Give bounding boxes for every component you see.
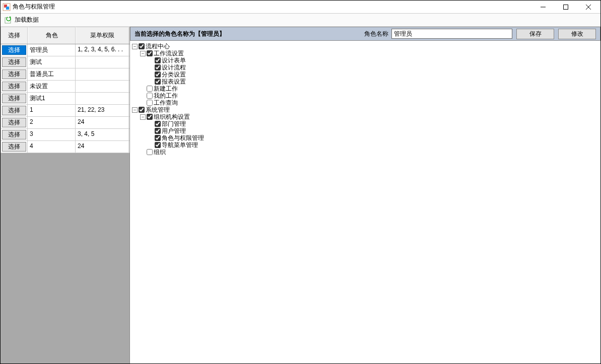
tree-checkbox[interactable] [139, 107, 145, 113]
tree-label[interactable]: 角色与权限管理 [162, 134, 204, 141]
select-row-button[interactable]: 选择 [2, 69, 26, 79]
tree-checkbox[interactable] [155, 64, 161, 70]
tree-node: −工作流设置 [140, 50, 600, 57]
tree-node: 角色与权限管理 [148, 134, 600, 141]
tree-checkbox[interactable] [155, 79, 161, 85]
perm-cell[interactable] [76, 93, 129, 104]
window-title: 角色与权限管理 [13, 3, 531, 11]
modify-button[interactable]: 修改 [558, 29, 596, 39]
role-name-input[interactable] [391, 29, 512, 39]
tree-checkbox[interactable] [147, 93, 153, 99]
toolbar: 加载数据 [1, 14, 600, 27]
tree-label[interactable]: 报表设置 [162, 78, 186, 85]
perm-cell[interactable]: 24 [76, 117, 129, 128]
grid-header-role[interactable]: 角色 [28, 27, 76, 44]
tree-checkbox[interactable] [147, 100, 153, 106]
role-cell[interactable]: 测试1 [28, 93, 76, 104]
maximize-button[interactable] [554, 1, 577, 13]
svg-rect-4 [563, 5, 568, 9]
role-cell[interactable]: 测试 [28, 56, 76, 68]
titlebar: 角色与权限管理 [1, 1, 600, 14]
select-row-button[interactable]: 选择 [2, 45, 26, 55]
collapse-icon[interactable]: − [132, 44, 138, 49]
tree-label[interactable]: 组织机构设置 [154, 113, 190, 120]
grid-header: 选择 角色 菜单权限 [1, 27, 129, 44]
tree-label[interactable]: 流程中心 [146, 43, 170, 50]
tree-node: 报表设置 [148, 78, 600, 85]
tree-checkbox[interactable] [147, 50, 153, 56]
table-row: 选择普通员工 [1, 68, 129, 81]
table-row: 选择测试1 [1, 93, 129, 105]
tree-label[interactable]: 系统管理 [146, 106, 170, 113]
perm-cell[interactable] [76, 56, 129, 68]
collapse-icon[interactable]: − [140, 114, 146, 120]
perm-cell[interactable] [76, 68, 129, 80]
form-bar: 当前选择的角色名称为【管理员】 角色名称 保存 修改 [130, 27, 600, 41]
tree-node: 新建工作 [140, 85, 600, 92]
select-row-button[interactable]: 选择 [2, 94, 26, 103]
role-cell[interactable]: 管理员 [28, 44, 76, 56]
collapse-icon[interactable]: − [140, 51, 146, 56]
permission-tree: −流程中心−工作流设置设计表单设计流程分类设置报表设置新建工作我的工作工作查询−… [130, 41, 600, 363]
tree-node: 导航菜单管理 [148, 141, 600, 149]
select-row-button[interactable]: 选择 [2, 57, 26, 67]
perm-cell[interactable] [76, 81, 129, 92]
role-cell[interactable]: 1 [28, 105, 76, 116]
tree-checkbox[interactable] [147, 149, 153, 155]
tree-checkbox[interactable] [155, 71, 161, 78]
select-row-button[interactable]: 选择 [2, 142, 26, 152]
tree-label[interactable]: 部门管理 [162, 120, 186, 127]
tree-checkbox[interactable] [155, 128, 161, 134]
tree-label[interactable]: 设计流程 [162, 64, 186, 71]
select-row-button[interactable]: 选择 [2, 106, 26, 115]
tree-label[interactable]: 组织 [154, 149, 166, 156]
role-cell[interactable]: 普通员工 [28, 68, 76, 80]
save-button[interactable]: 保存 [516, 29, 554, 39]
tree-checkbox[interactable] [139, 43, 145, 49]
role-cell[interactable]: 3 [28, 129, 76, 140]
tree-node: 部门管理 [148, 120, 600, 127]
select-row-button[interactable]: 选择 [2, 130, 26, 139]
role-cell[interactable]: 2 [28, 117, 76, 128]
tree-node: 我的工作 [140, 92, 600, 99]
grid-header-perm[interactable]: 菜单权限 [76, 27, 129, 44]
table-row: 选择未设置 [1, 81, 129, 93]
tree-label[interactable]: 新建工作 [154, 85, 178, 92]
tree-checkbox[interactable] [155, 57, 161, 63]
svg-rect-2 [6, 7, 9, 10]
app-window: 角色与权限管理 加载数据 选择 角色 菜单权限 选择管理员1, 2, 3, 4,… [0, 0, 601, 364]
tree-checkbox[interactable] [147, 114, 153, 120]
current-role-status: 当前选择的角色名称为【管理员】 [135, 30, 225, 38]
left-pane: 选择 角色 菜单权限 选择管理员1, 2, 3, 4, 5, 6. . .选择测… [1, 27, 130, 363]
close-button[interactable] [577, 1, 599, 13]
tree-checkbox[interactable] [155, 142, 161, 148]
tree-label[interactable]: 设计表单 [162, 57, 186, 64]
right-pane: 当前选择的角色名称为【管理员】 角色名称 保存 修改 −流程中心−工作流设置设计… [130, 27, 600, 363]
perm-cell[interactable]: 24 [76, 141, 129, 153]
perm-cell[interactable]: 21, 22, 23 [76, 105, 129, 116]
load-data-label: 加载数据 [15, 16, 39, 24]
tree-label[interactable]: 工作流设置 [154, 50, 184, 57]
collapse-icon[interactable]: − [132, 107, 138, 113]
tree-label[interactable]: 我的工作 [154, 92, 178, 99]
tree-checkbox[interactable] [155, 135, 161, 141]
select-row-button[interactable]: 选择 [2, 118, 26, 127]
role-grid: 选择 角色 菜单权限 选择管理员1, 2, 3, 4, 5, 6. . .选择测… [1, 27, 129, 153]
grid-header-select[interactable]: 选择 [1, 27, 28, 44]
select-row-button[interactable]: 选择 [2, 82, 26, 91]
perm-cell[interactable]: 1, 2, 3, 4, 5, 6. . . [76, 44, 129, 56]
table-row: 选择测试 [1, 56, 129, 68]
role-cell[interactable]: 未设置 [28, 81, 76, 92]
perm-cell[interactable]: 3, 4, 5 [76, 129, 129, 140]
load-data-button[interactable]: 加载数据 [3, 15, 41, 25]
tree-label[interactable]: 工作查询 [154, 99, 178, 106]
tree-checkbox[interactable] [155, 121, 161, 127]
minimize-button[interactable] [531, 1, 554, 13]
tree-label[interactable]: 分类设置 [162, 71, 186, 78]
tree-node: 组织 [140, 149, 600, 156]
role-cell[interactable]: 4 [28, 141, 76, 153]
app-icon [3, 3, 11, 11]
tree-checkbox[interactable] [147, 86, 153, 92]
tree-label[interactable]: 用户管理 [162, 127, 186, 134]
tree-label[interactable]: 导航菜单管理 [162, 141, 198, 149]
